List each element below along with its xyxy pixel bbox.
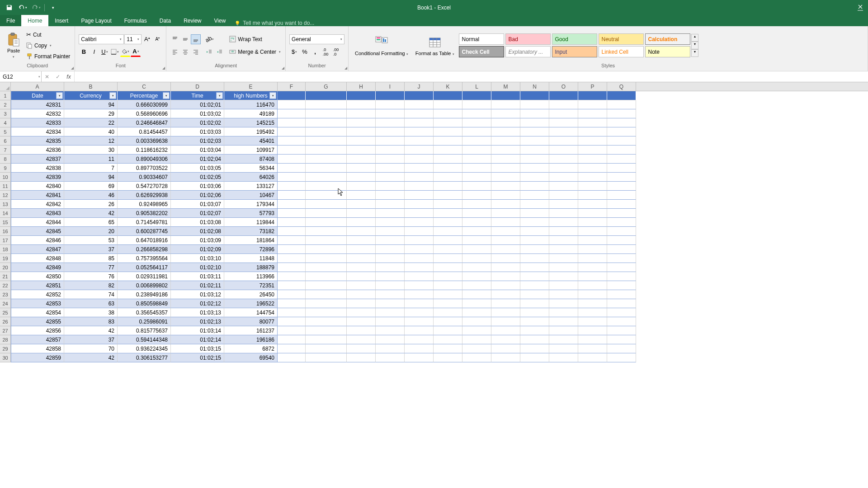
cell[interactable]	[376, 145, 405, 155]
cell[interactable]: 45401	[224, 136, 278, 145]
cell[interactable]	[347, 218, 376, 227]
cell[interactable]	[578, 308, 607, 317]
cell[interactable]	[405, 91, 434, 100]
cell[interactable]: 01:03;15	[171, 344, 224, 353]
cell[interactable]	[347, 182, 376, 191]
cell[interactable]	[607, 263, 636, 272]
cell[interactable]	[607, 227, 636, 236]
cell[interactable]	[434, 209, 462, 218]
cell[interactable]	[347, 254, 376, 263]
cell[interactable]	[549, 353, 578, 362]
cell[interactable]	[347, 227, 376, 236]
cell[interactable]	[434, 164, 462, 173]
cell[interactable]	[578, 236, 607, 245]
cell[interactable]	[549, 299, 578, 308]
cell[interactable]: 69540	[224, 353, 278, 362]
cell[interactable]: 37	[64, 245, 118, 254]
cell[interactable]	[306, 118, 347, 127]
cell[interactable]	[278, 164, 306, 173]
cell[interactable]	[405, 344, 434, 353]
decrease-font-button[interactable]: A▾	[152, 34, 162, 44]
row-header[interactable]: 25	[0, 308, 11, 317]
cell[interactable]	[306, 308, 347, 317]
style-neutral[interactable]: Neutral	[599, 33, 644, 45]
cell[interactable]	[607, 127, 636, 136]
cell[interactable]	[376, 109, 405, 118]
cell[interactable]	[462, 173, 491, 182]
cell[interactable]: 29	[64, 109, 118, 118]
tab-page-layout[interactable]: Page Layout	[75, 15, 118, 26]
cell[interactable]	[376, 317, 405, 326]
row-header[interactable]: 19	[0, 254, 11, 263]
cell[interactable]: 0.029311981	[118, 272, 171, 281]
cell[interactable]	[462, 344, 491, 353]
cell[interactable]	[434, 155, 462, 164]
cell[interactable]	[434, 182, 462, 191]
row-header[interactable]: 26	[0, 317, 11, 326]
cell[interactable]: 42838	[11, 164, 64, 173]
cell[interactable]	[376, 308, 405, 317]
cell[interactable]: 0.815775637	[118, 326, 171, 335]
cell[interactable]	[549, 227, 578, 236]
cell[interactable]: 42856	[11, 326, 64, 335]
cell[interactable]: 40	[64, 127, 118, 136]
cell[interactable]	[520, 191, 549, 200]
cell[interactable]	[462, 245, 491, 254]
cell[interactable]	[578, 344, 607, 353]
cell[interactable]	[462, 263, 491, 272]
cell[interactable]	[549, 326, 578, 335]
cell[interactable]: 0.568960696	[118, 109, 171, 118]
cell[interactable]: 12	[64, 136, 118, 145]
cell[interactable]	[578, 200, 607, 209]
cell[interactable]	[607, 118, 636, 127]
cell[interactable]	[549, 200, 578, 209]
cell[interactable]	[491, 145, 520, 155]
cell[interactable]	[520, 263, 549, 272]
cell[interactable]: 01:02;06	[171, 191, 224, 200]
cell[interactable]	[491, 317, 520, 326]
cell[interactable]: 42831	[11, 100, 64, 109]
cell[interactable]: 63	[64, 299, 118, 308]
style-bad[interactable]: Bad	[505, 33, 551, 45]
cell[interactable]	[549, 335, 578, 344]
cell[interactable]: 42847	[11, 245, 64, 254]
row-header[interactable]: 9	[0, 164, 11, 173]
cell[interactable]: 01:03;12	[171, 290, 224, 299]
cell[interactable]	[607, 335, 636, 344]
cell[interactable]	[491, 263, 520, 272]
cell[interactable]	[520, 335, 549, 344]
cell[interactable]	[347, 164, 376, 173]
style-calculation[interactable]: Calculation	[645, 33, 690, 45]
cell[interactable]: 0.356545357	[118, 308, 171, 317]
cell[interactable]	[491, 91, 520, 100]
cell[interactable]: 20	[64, 227, 118, 236]
format-as-table-button[interactable]: Format as Table ▾	[413, 34, 457, 57]
cell[interactable]	[520, 299, 549, 308]
cell[interactable]	[607, 173, 636, 182]
cell[interactable]	[405, 227, 434, 236]
cell[interactable]: 7	[64, 164, 118, 173]
cell[interactable]	[347, 200, 376, 209]
cell[interactable]	[405, 299, 434, 308]
row-header[interactable]: 4	[0, 118, 11, 127]
cell[interactable]	[376, 91, 405, 100]
column-header[interactable]: N	[520, 82, 549, 91]
column-header[interactable]: B	[64, 82, 118, 91]
cell[interactable]: 0.890049306	[118, 155, 171, 164]
cell[interactable]	[491, 218, 520, 227]
cell[interactable]	[405, 109, 434, 118]
cell[interactable]	[491, 245, 520, 254]
cell[interactable]	[306, 145, 347, 155]
cell[interactable]: 0.626929938	[118, 191, 171, 200]
cell[interactable]	[578, 118, 607, 127]
cell[interactable]	[376, 263, 405, 272]
cell[interactable]	[405, 326, 434, 335]
clipboard-dialog-launcher[interactable]: ◢	[71, 66, 74, 70]
cell[interactable]: 01:02;01	[171, 100, 224, 109]
cell[interactable]	[434, 227, 462, 236]
cell[interactable]	[520, 254, 549, 263]
cell[interactable]	[462, 200, 491, 209]
cell[interactable]	[306, 127, 347, 136]
cell[interactable]	[434, 91, 462, 100]
cell[interactable]	[434, 218, 462, 227]
